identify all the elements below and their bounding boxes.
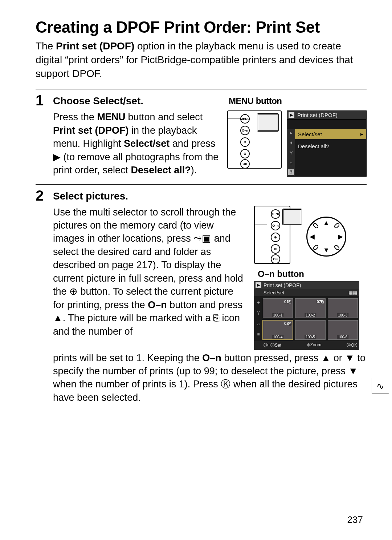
chevron-right-icon: ▸ [360,131,363,137]
thumbnail: 100-6 [328,320,358,340]
step-2: 2 Select pictures. Use the multi selecto… [36,188,367,404]
camera-screen-rect [257,113,279,132]
camera-ok-button-icon: OK [240,159,250,169]
page-title: Creating a DPOF Print Order: Print Set [36,18,367,36]
step-1-body: Press the MENU button and select Print s… [53,110,220,177]
camera-zoomout-button-icon: ⊛ [240,137,250,147]
step-1-title: Choose Select/set. [53,95,143,107]
lcd2-footer: Ⓞ+ⓀSet ⊕Zoom ⓀOK [254,341,359,350]
camera-screen-rect [282,209,302,225]
camera-menu-button-icon: MENU [240,114,250,124]
lcd-title-text: Print set (DPOF) [297,112,338,118]
camera-menu-button-icon: MENU [271,209,280,219]
step-2-continuation: prints will be set to 1. Keeping the O–n… [53,351,367,404]
camera-back-diagram-2: MENU O–n ⊛ ⊕ OK [254,206,301,264]
arrow-up-icon: ▲ [323,219,330,227]
lcd-title: ▶ Print set (DPOF) [287,111,366,120]
camera-on-button-icon: O–n [271,221,280,230]
step-1-number: 1 [36,93,46,108]
divider [36,89,367,89]
step-2-body: Use the multi selector to scroll through… [53,206,247,350]
card-icons: ▦▦ [348,290,357,295]
multi-selector-diagram: ▲ ▼ ◀ ▶ [306,217,346,257]
step-2-number: 2 [36,188,46,203]
divider [36,184,367,185]
arrow-down-icon: ▼ [323,246,330,254]
camera-zoomout-button-icon: ⊛ [271,233,280,242]
playback-icon: ▶ [256,282,261,288]
lcd-item-selectset: Select/set ▸ [295,129,366,139]
lcd-thumbnails-screenshot: ▶ Print set (DPOF) Select/set ▦▦ ✦Y⌂≡ 01… [254,281,359,350]
camera-on-button-icon: O–n [240,126,250,135]
lcd-item-deselect: Deselect all? [295,141,366,151]
lcd2-sub-text: Select/set [264,290,284,295]
on-button-caption: O–n button [258,269,367,279]
page-number: 237 [347,514,363,525]
thumbnail: 02⎘100-4 [263,320,293,340]
playback-icon: ▶ [289,112,294,118]
menu-button-caption: MENU button [229,96,367,109]
help-icon: ? [288,169,294,175]
thumbnail: 01⎘100-1 [263,298,293,318]
arrow-right-icon: ▶ [338,233,343,241]
thumbnail-grid: 01⎘100-107⎘100-2100-302⎘100-4100-5100-6 [263,298,358,340]
step-1: 1 Choose Select/set. MENU button Press t… [36,93,367,177]
thumbnail: 100-3 [328,298,358,318]
pointer-line [255,225,267,225]
arrow-left-icon: ◀ [310,233,315,241]
pointer-line [228,118,240,118]
section-tab-icon: ∿ [372,378,389,394]
thumbnail: 07⎘100-2 [295,298,325,318]
camera-back-diagram: MENU O–n ⊛ ⊕ OK [227,110,282,169]
lcd2-title-text: Print set (DPOF) [264,282,301,288]
camera-zoomin-button-icon: ⊕ [271,244,280,254]
step-2-title: Select pictures. [53,190,367,202]
intro-text: The Print set (DPOF) option in the playb… [36,39,367,80]
lcd-menu-screenshot: ▶ Print set (DPOF) ▸✦Y⌂≡ Select/set ▸ [287,110,367,177]
thumbnail: 100-5 [295,320,325,340]
camera-ok-button-icon: OK [271,254,280,264]
camera-zoomin-button-icon: ⊕ [240,149,250,158]
lcd2-sidebar-icons: ✦Y⌂≡ [255,298,262,340]
